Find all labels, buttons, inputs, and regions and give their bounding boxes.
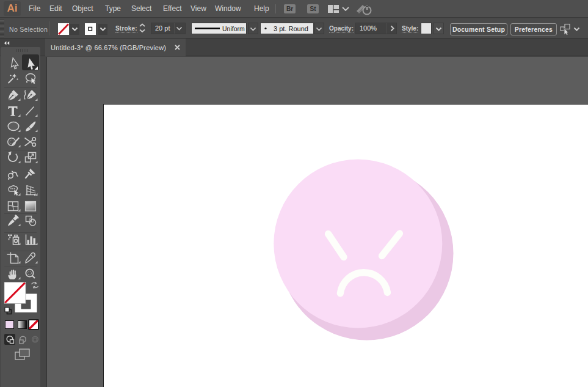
svg-text:Uniform: Uniform — [222, 25, 245, 32]
svg-text:3 pt. Round: 3 pt. Round — [274, 25, 308, 32]
